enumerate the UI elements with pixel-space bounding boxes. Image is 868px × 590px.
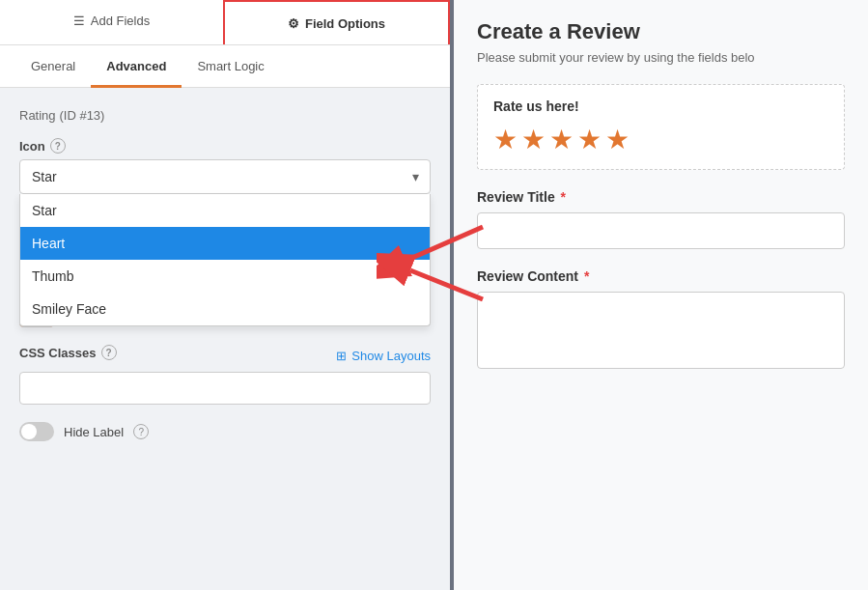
top-tabs: ☰ Add Fields ⚙ Field Options [0, 0, 450, 45]
icon-select[interactable]: Star Heart Thumb Smiley Face [19, 159, 431, 194]
sub-tab-advanced[interactable]: Advanced [91, 45, 182, 88]
tab-add-fields[interactable]: ☰ Add Fields [0, 0, 223, 44]
review-title-input[interactable] [477, 212, 845, 249]
rate-us-box: Rate us here! ★ ★ ★ ★ ★ [477, 84, 845, 170]
option-heart[interactable]: Heart [20, 227, 430, 260]
sub-tabs: General Advanced Smart Logic [0, 45, 450, 88]
option-smiley-face[interactable]: Smiley Face [20, 293, 430, 325]
star-5[interactable]: ★ [605, 124, 630, 155]
star-4[interactable]: ★ [577, 124, 602, 155]
css-classes-help-icon[interactable]: ? [101, 345, 117, 360]
field-options-content: Rating (ID #13) Icon ? Star Heart Thumb … [0, 88, 450, 590]
sub-tab-general[interactable]: General [15, 45, 91, 88]
sub-tab-smart-logic[interactable]: Smart Logic [182, 45, 279, 88]
rating-title: Rating (ID #13) [19, 107, 431, 123]
option-star[interactable]: Star [20, 194, 430, 227]
review-content-input[interactable] [477, 292, 845, 369]
css-classes-label: CSS Classes ? [19, 345, 117, 360]
css-classes-input[interactable] [19, 372, 431, 405]
star-2[interactable]: ★ [521, 124, 546, 155]
hide-label-text: Hide Label [64, 425, 124, 439]
field-options-icon: ⚙ [288, 16, 299, 31]
star-3[interactable]: ★ [549, 124, 574, 155]
hide-label-help-icon[interactable]: ? [133, 424, 149, 439]
hide-label-row: Hide Label ? [19, 422, 431, 441]
review-content-group: Review Content * [477, 268, 845, 372]
right-panel: Create a Review Please submit your revie… [454, 0, 868, 590]
review-content-required: * [584, 268, 589, 284]
left-panel: ☰ Add Fields ⚙ Field Options General Adv… [0, 0, 454, 590]
add-fields-label: Add Fields [91, 14, 150, 28]
tab-field-options[interactable]: ⚙ Field Options [223, 0, 450, 44]
icon-dropdown-wrapper: Star Heart Thumb Smiley Face ▾ Star Hear… [19, 159, 431, 194]
icon-dropdown-options: Star Heart Thumb Smiley Face [19, 194, 431, 326]
review-title-required: * [561, 189, 566, 205]
field-options-label: Field Options [305, 16, 385, 31]
css-classes-section: CSS Classes ? ⊞ Show Layouts [19, 345, 431, 405]
review-content-label: Review Content * [477, 268, 845, 284]
rate-us-label: Rate us here! [493, 98, 828, 114]
review-title-group: Review Title * [477, 189, 845, 249]
css-classes-header: CSS Classes ? ⊞ Show Layouts [19, 345, 431, 366]
show-layouts-button[interactable]: ⊞ Show Layouts [336, 349, 431, 363]
review-form-subtitle: Please submit your review by using the f… [477, 50, 845, 65]
hide-label-toggle[interactable] [19, 422, 54, 441]
stars-row[interactable]: ★ ★ ★ ★ ★ [493, 124, 828, 155]
option-thumb[interactable]: Thumb [20, 260, 430, 293]
icon-label: Icon ? [19, 138, 431, 154]
star-1[interactable]: ★ [493, 124, 518, 155]
review-title-label: Review Title * [477, 189, 845, 205]
review-form-title: Create a Review [477, 19, 845, 44]
icon-help-icon[interactable]: ? [50, 138, 66, 154]
add-fields-icon: ☰ [73, 14, 85, 28]
show-layouts-icon: ⊞ [336, 349, 347, 363]
